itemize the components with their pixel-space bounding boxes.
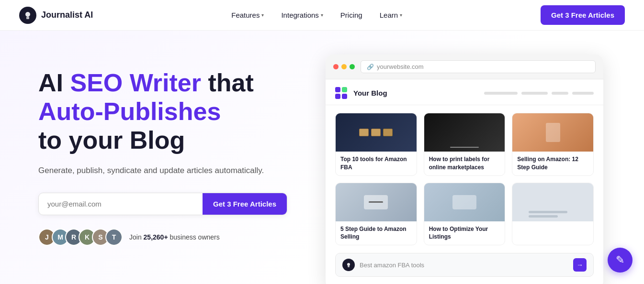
article-card[interactable]: How to Optimize Your Listings: [424, 183, 506, 246]
article-caption: Top 10 tools for Amazon FBA: [336, 152, 417, 175]
article-thumbnail: [512, 113, 593, 152]
nav-integrations[interactable]: Integrations ▾: [274, 7, 329, 23]
email-input[interactable]: [39, 193, 203, 215]
close-dot: [333, 64, 339, 69]
hero-headline: AI SEO Writer that Auto-Publishes to you…: [38, 69, 297, 154]
article-caption: Selling on Amazon: 12 Step Guide: [512, 152, 593, 175]
logo[interactable]: Journalist AI: [19, 7, 93, 24]
avatar-group: JMRKST: [38, 229, 123, 246]
chat-bubble-icon: ✎: [616, 254, 624, 266]
browser-window: 🔗 yourwebsite.com Your Blog: [326, 55, 603, 284]
browser-dots: [333, 64, 355, 69]
article-thumbnail: [512, 183, 593, 221]
minimize-dot: [341, 64, 347, 69]
chevron-down-icon: ▾: [261, 12, 264, 18]
live-chat-bubble[interactable]: ✎: [608, 248, 633, 273]
blog-logo-icon: [335, 87, 348, 99]
nav-learn[interactable]: Learn ▾: [373, 7, 409, 23]
url-text: yourwebsite.com: [377, 63, 424, 70]
hero-subtext: Generate, publish, syndicate and update …: [38, 164, 297, 177]
navigation: Journalist AI Features ▾ Integrations ▾ …: [0, 0, 644, 31]
hero-content: AI SEO Writer that Auto-Publishes to you…: [38, 59, 297, 246]
svg-point-0: [25, 12, 30, 17]
article-card[interactable]: 5 Step Guide to Amazon Selling: [335, 183, 417, 246]
article-thumbnail: [424, 113, 505, 152]
hero-section: AI SEO Writer that Auto-Publishes to you…: [0, 31, 644, 284]
maximize-dot: [350, 64, 355, 69]
email-form: Get 3 Free Articles: [38, 193, 287, 215]
email-cta-button[interactable]: Get 3 Free Articles: [203, 193, 287, 215]
avatar: T: [105, 229, 123, 246]
url-bar[interactable]: 🔗 yourwebsite.com: [361, 60, 596, 73]
svg-rect-3: [348, 266, 350, 267]
article-caption: 5 Step Guide to Amazon Selling: [336, 221, 417, 245]
logo-icon: [19, 7, 36, 24]
nav-links: Features ▾ Integrations ▾ Pricing Learn …: [225, 7, 409, 23]
article-card[interactable]: Selling on Amazon: 12 Step Guide: [512, 113, 594, 176]
logo-text: Journalist AI: [41, 10, 93, 20]
proof-text: Join 25,260+ business owners: [129, 233, 220, 241]
nav-pricing[interactable]: Pricing: [334, 7, 369, 23]
article-thumbnail: [336, 183, 417, 221]
send-arrow-icon: →: [576, 261, 583, 269]
chat-placeholder-text: Best amazon FBA tools: [360, 262, 568, 269]
blog-title: Your Blog: [353, 89, 387, 97]
article-caption: How to Optimize Your Listings: [424, 221, 505, 245]
svg-point-2: [347, 263, 350, 266]
article-thumbnail: [336, 113, 417, 152]
social-proof: JMRKST Join 25,260+ business owners: [38, 229, 297, 246]
svg-rect-1: [26, 17, 29, 19]
chat-bar[interactable]: Best amazon FBA tools →: [335, 253, 594, 277]
article-card[interactable]: How to print labels for online marketpla…: [424, 113, 506, 176]
browser-mockup: 🔗 yourwebsite.com Your Blog: [326, 55, 625, 284]
chat-send-button[interactable]: →: [573, 258, 587, 272]
chevron-down-icon: ▾: [400, 12, 402, 18]
article-grid: Top 10 tools for Amazon FBAHow to print …: [326, 105, 603, 253]
nav-features[interactable]: Features ▾: [225, 7, 271, 23]
article-card[interactable]: Top 10 tools for Amazon FBA: [335, 113, 417, 176]
browser-bar: 🔗 yourwebsite.com: [326, 55, 603, 79]
link-icon: 🔗: [367, 64, 374, 70]
article-card[interactable]: [512, 183, 594, 246]
nav-cta-button[interactable]: Get 3 Free Articles: [541, 5, 625, 25]
blog-header: Your Blog: [326, 79, 603, 105]
blog-nav-lines: [484, 92, 594, 95]
article-caption: How to print labels for online marketpla…: [424, 152, 505, 175]
chevron-down-icon: ▾: [321, 12, 323, 18]
article-thumbnail: [424, 183, 505, 221]
ai-chat-icon: [342, 259, 355, 271]
